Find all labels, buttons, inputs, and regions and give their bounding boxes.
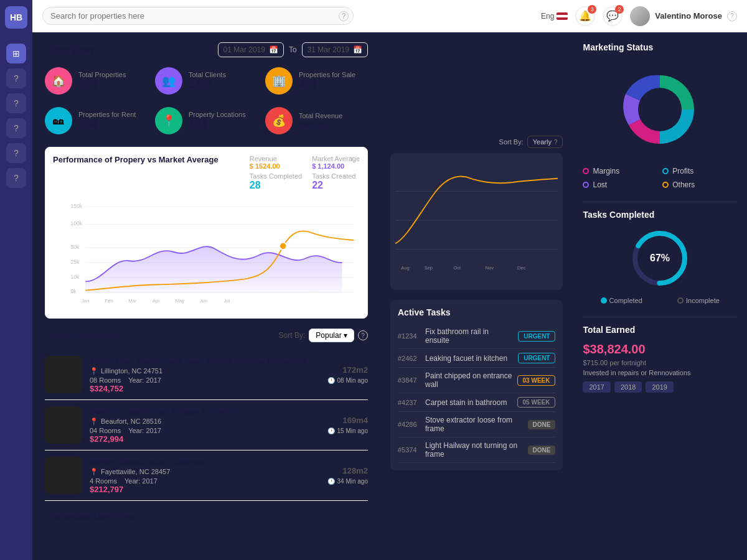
dark-chart: Aug Sep Oct Nov Dec <box>395 158 558 282</box>
sort-popular-button[interactable]: Popular ▾ <box>309 329 354 342</box>
task-row-5374: #5374 Light Hailway not turning on frame… <box>398 437 555 463</box>
app-logo[interactable]: HB <box>5 6 27 29</box>
sidebar-item-help4[interactable]: ? <box>6 143 26 163</box>
chart-sort-button[interactable]: Yearly ? <box>527 136 563 148</box>
active-tasks-title: Active Tasks <box>398 307 555 317</box>
stat-label-sale: Properties for Sale <box>299 71 355 78</box>
search-help-icon[interactable]: ? <box>339 11 349 21</box>
svg-text:150k: 150k <box>70 203 82 209</box>
search-input[interactable] <box>42 7 354 25</box>
task-badge-1234[interactable]: URGENT <box>518 331 555 342</box>
property-size-1: 172m2 <box>327 365 368 375</box>
user-name: Valentino Morose <box>655 11 722 21</box>
svg-point-12 <box>280 243 286 250</box>
market-label: Market Average <box>312 155 360 162</box>
stat-properties-rent: 🏘 Properties for Rent 394 <box>45 107 148 134</box>
stat-label-rent: Properties for Rent <box>78 111 136 118</box>
revenue-value: $ 1524.00 <box>250 162 302 170</box>
year-button-2019[interactable]: 2019 <box>646 381 673 393</box>
property-thumb-3 <box>45 457 82 494</box>
completed-legend: Completed <box>601 297 642 304</box>
chart-sort-value: Yearly <box>533 138 552 146</box>
recent-properties-section: Recent Properties Sort By: Popular ▾ ? T… <box>45 329 368 501</box>
property-time-2: 🕐15 Min ago <box>327 427 368 434</box>
tasks-circle-legend: Completed Incomplete <box>583 297 737 304</box>
task-badge-5374[interactable]: DONE <box>528 446 556 455</box>
stat-label-revenue: Total Revenue <box>299 112 342 119</box>
user-help-icon[interactable]: ? <box>727 11 737 21</box>
revenue-label: Revenue <box>250 155 302 162</box>
stat-icon-sale: 🏢 <box>265 67 293 95</box>
task-desc-1234: Fix bathroom rail in ensuite <box>425 327 513 345</box>
property-price-3: $212,797 <box>90 485 320 494</box>
performance-chart-section: Performance of Propery vs Market Average… <box>45 147 368 319</box>
svg-text:Feb: Feb <box>105 298 113 304</box>
stats-row-2: 🏘 Properties for Rent 394 📍 Property Loc… <box>45 107 368 134</box>
sidebar-item-dashboard[interactable]: ⊞ <box>6 44 26 63</box>
svg-text:67%: 67% <box>650 253 670 263</box>
property-price-1: $324,752 <box>90 384 320 393</box>
sidebar-item-help2[interactable]: ? <box>6 93 26 113</box>
property-meta-1: 172m2 🕐08 Min ago <box>327 365 368 384</box>
avatar <box>630 6 650 26</box>
calendar-icon: 📅 <box>269 45 278 54</box>
lost-label: Lost <box>593 180 607 189</box>
language-selector[interactable]: Eng <box>541 12 568 21</box>
task-badge-3847[interactable]: 03 WEEK <box>517 375 556 386</box>
tasks-completed-section: Tasks Completed 67% <box>583 210 737 304</box>
task-badge-4286[interactable]: DONE <box>528 420 556 429</box>
date-to-value: 31 Mar 2019 <box>308 45 349 54</box>
year-button-2017[interactable]: 2017 <box>583 381 610 393</box>
date-range: 01 Mar 2019 📅 To 31 Mar 2019 📅 <box>218 42 368 57</box>
svg-text:50k: 50k <box>70 244 79 250</box>
margins-label: Margins <box>593 167 619 175</box>
task-desc-2462: Leaking facuet in kitchen <box>425 354 513 363</box>
stat-value-revenue: $48,752 <box>299 119 342 130</box>
performance-chart: 150k 100k 50k 25k 10k 0k <box>53 196 360 308</box>
stat-value-locations: 124 <box>189 118 246 131</box>
active-tasks-section: Active Tasks #1234 Fix bathroom rail in … <box>390 300 563 470</box>
date-to-box[interactable]: 31 Mar 2019 📅 <box>302 42 368 57</box>
sidebar-item-help5[interactable]: ? <box>6 168 26 188</box>
property-card-3: Nelson Classic plan, Oakmont 📍Fayettavil… <box>45 450 368 501</box>
search-box: ? <box>42 7 354 25</box>
divider-2 <box>583 317 737 317</box>
svg-text:Jun: Jun <box>200 298 207 304</box>
year-button-2018[interactable]: 2018 <box>614 381 642 393</box>
task-badge-4237[interactable]: 05 WEEK <box>517 397 556 408</box>
stat-value-sale: 427 <box>299 78 355 91</box>
marketing-status-title: Marketing Status <box>583 42 737 52</box>
stat-icon-properties: 🏠 <box>45 67 72 95</box>
task-desc-4286: Stove extractor loose from frame <box>425 416 523 433</box>
sidebar-item-help1[interactable]: ? <box>6 68 26 88</box>
tasks-completed-value: 28 <box>250 180 302 191</box>
property-price-2: $272,994 <box>90 434 320 444</box>
incomplete-dot <box>677 297 684 304</box>
notification-badge: 3 <box>588 5 596 14</box>
date-from-box[interactable]: 01 Mar 2019 📅 <box>218 42 284 57</box>
stat-properties-sale: 🏢 Properties for Sale 427 <box>265 67 368 95</box>
notifications-button[interactable]: 🔔 3 <box>575 6 595 26</box>
property-location-2: 📍Beaufort, NC 28516 <box>90 418 320 426</box>
stats-row: 🏠 Total Properties 678 👥 Total Clients 5… <box>45 67 368 95</box>
svg-text:Mar: Mar <box>128 298 137 304</box>
sidebar-item-help3[interactable]: ? <box>6 118 26 138</box>
svg-text:Oct: Oct <box>453 265 461 271</box>
svg-text:Aug: Aug <box>401 265 409 271</box>
date-to-label: To <box>289 45 297 54</box>
user-profile[interactable]: Valentino Morose ? <box>630 6 737 26</box>
revenue-legend: Revenue $ 1524.00 Tasks Completed 28 <box>250 155 302 191</box>
overview-title: Overview <box>45 44 95 57</box>
svg-text:Sep: Sep <box>425 265 433 271</box>
chart-sort: Sort By: Yearly ? <box>390 136 563 148</box>
tasks-created-value: 22 <box>312 180 360 191</box>
messages-button[interactable]: 💬 2 <box>603 6 622 26</box>
task-desc-3847: Paint chipped on entrance wall <box>425 371 512 389</box>
task-badge-2462[interactable]: URGENT <box>518 353 555 363</box>
earned-amount: $38,824.00 <box>583 342 737 357</box>
margins-dot <box>583 168 589 174</box>
properties-overview-section: Properties Overview <box>45 511 368 522</box>
property-thumb-2 <box>45 406 82 444</box>
stat-label-locations: Property Locations <box>189 111 246 118</box>
property-location-3: 📍Fayettaville, NC 28457 <box>90 468 320 476</box>
